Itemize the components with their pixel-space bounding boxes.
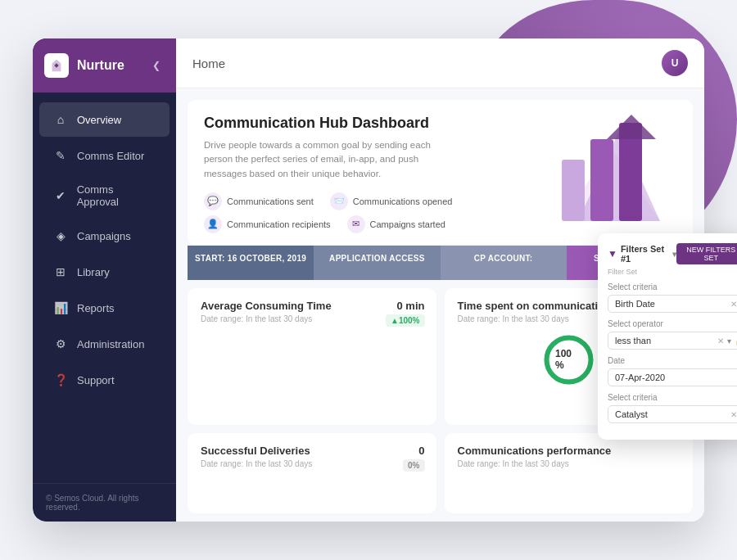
brand-icon: [44, 53, 69, 78]
filter-operator-chevron[interactable]: ▾: [727, 336, 731, 345]
sidebar-item-overview[interactable]: ⌂ Overview: [39, 102, 170, 137]
filter-criteria-1-clear[interactable]: ✕: [730, 300, 737, 309]
filter-operator-select[interactable]: less than ✕ ▾ 🔒: [608, 332, 737, 350]
filter-panel: ▼ Filters Set #1 ▾ NEW FILTERS SET + Fil…: [598, 233, 737, 440]
sidebar-item-library[interactable]: ⊞ Library: [39, 255, 170, 289]
card-avg-consuming: Average Consuming Time Date range: In th…: [188, 288, 436, 425]
card-date-range: Date range: In the last 30 days: [201, 459, 423, 468]
sidebar-item-label: Library: [77, 266, 110, 278]
stat-recipients: 👤 Communication recipients: [204, 215, 331, 233]
sidebar-collapse-button[interactable]: ❮: [148, 57, 165, 74]
comms-editor-icon: ✎: [52, 147, 69, 164]
filter-criteria-2-section: Select criteria Catalyst ✕ ▾: [608, 393, 737, 423]
filter-icon: ▼: [608, 248, 617, 260]
metric-badge-3: 0%: [403, 459, 424, 472]
metric-value-1: 0 min ▲ 100%: [386, 300, 424, 327]
sidebar-item-label: Comms Editor: [77, 150, 144, 162]
filter-panel-title: Filters Set #1: [621, 244, 669, 264]
filter-operator-clear[interactable]: ✕: [717, 336, 724, 345]
tab-start-date[interactable]: START: 16 OCTOBER, 2019: [188, 246, 314, 280]
filter-panel-header: ▼ Filters Set #1 ▾ NEW FILTERS SET +: [608, 243, 737, 264]
filter-date-section: Date: [608, 356, 737, 393]
metric-badge-1: ▲ 100%: [386, 314, 424, 327]
progress-circle: 100 %: [542, 333, 595, 386]
campaigns-started-icon: ✉: [347, 215, 365, 233]
stat-comms-sent: 💬 Communications sent: [204, 192, 314, 210]
page-title: Home: [192, 56, 662, 70]
filter-criteria-1-value: Birth Date: [615, 299, 655, 309]
svg-rect-3: [590, 139, 613, 221]
comms-sent-icon: 💬: [204, 192, 222, 210]
tab-cp-account[interactable]: CP ACCOUNT:: [441, 246, 567, 280]
sidebar-item-support[interactable]: ❓ Support: [39, 363, 170, 397]
comms-opened-icon: 📨: [330, 192, 348, 210]
sidebar-item-label: Comms Approval: [77, 183, 156, 208]
filter-criteria-1-select[interactable]: Birth Date ✕ ▾: [608, 295, 737, 313]
progress-percent-text: 100 %: [555, 348, 582, 371]
filter-operator-section: Select operator less than ✕ ▾ 🔒: [608, 319, 737, 350]
filter-criteria-1-section: Select criteria Birth Date ✕ ▾: [608, 282, 737, 313]
sidebar-item-label: Reports: [77, 302, 115, 314]
sidebar-item-label: Administration: [77, 338, 144, 350]
svg-rect-2: [562, 160, 585, 221]
filter-criteria-2-value: Catalyst: [615, 409, 648, 419]
filter-criteria-1-actions: ✕ ▾: [730, 300, 737, 309]
administration-icon: ⚙: [52, 336, 69, 352]
support-icon: ❓: [52, 372, 69, 388]
sidebar-nav: ⌂ Overview ✎ Comms Editor ✔ Comms Approv…: [33, 93, 176, 483]
dashboard-header-left: Communication Hub Dashboard Drive people…: [204, 115, 513, 233]
campaigns-icon: ◈: [52, 228, 69, 244]
library-icon: ⊞: [52, 264, 69, 280]
sidebar-item-reports[interactable]: 📊 Reports: [39, 291, 170, 325]
metric-value-3: 0 0%: [403, 445, 424, 472]
sidebar-item-label: Campaigns: [77, 230, 131, 242]
sidebar-brand: Nurture ❮: [33, 38, 176, 93]
filter-operator-value: less than: [615, 336, 651, 345]
filter-operator-actions: ✕ ▾ 🔒: [717, 336, 737, 345]
sidebar-item-administration[interactable]: ⚙ Administration: [39, 327, 170, 361]
filter-criteria-2-actions: ✕ ▾: [730, 410, 737, 419]
sidebar-item-label: Overview: [77, 114, 121, 126]
sidebar-item-comms-approval[interactable]: ✔ Comms Approval: [39, 174, 170, 217]
filter-operator-label: Select operator: [608, 319, 737, 328]
overview-icon: ⌂: [52, 111, 69, 128]
avatar: U: [662, 50, 688, 76]
card-date-range: Date range: In the last 30 days: [458, 459, 680, 468]
header-stats: 💬 Communications sent 📨 Communications o…: [204, 192, 513, 233]
dashboard-header: Communication Hub Dashboard Drive people…: [188, 100, 693, 245]
card-title: Communications performance: [458, 445, 680, 457]
sidebar-item-comms-editor[interactable]: ✎ Comms Editor: [39, 138, 170, 173]
card-comms-performance: Communications performance Date range: I…: [445, 433, 694, 513]
sidebar-item-label: Support: [77, 374, 115, 386]
filter-criteria-1-label: Select criteria: [608, 282, 737, 291]
brand-name: Nurture: [77, 58, 124, 73]
dashboard-description: Drive people towards a common goal by se…: [204, 138, 433, 181]
sidebar: Nurture ❮ ⌂ Overview ✎ Comms Editor ✔ Co…: [33, 38, 176, 522]
stat-comms-opened: 📨 Communications opened: [330, 192, 453, 210]
filter-criteria-2-select[interactable]: Catalyst ✕ ▾: [608, 405, 737, 423]
filter-criteria-2-label: Select criteria: [608, 393, 737, 402]
filter-set-subtitle: Filter Set: [608, 268, 737, 276]
card-successful-deliveries: Successful Deliveries Date range: In the…: [188, 433, 436, 513]
filter-date-input[interactable]: [608, 368, 737, 386]
dashboard-title: Communication Hub Dashboard: [204, 115, 513, 132]
new-filters-set-button[interactable]: NEW FILTERS SET +: [676, 243, 737, 264]
filter-date-label: Date: [608, 356, 737, 365]
decorative-chart: [513, 115, 676, 221]
stat-campaigns-started: ✉ Campaigns started: [347, 215, 445, 233]
topbar: Home U: [176, 38, 704, 88]
sidebar-item-campaigns[interactable]: ◈ Campaigns: [39, 219, 170, 253]
reports-icon: 📊: [52, 300, 69, 316]
card-title: Successful Deliveries: [201, 445, 423, 457]
comms-approval-icon: ✔: [52, 187, 69, 204]
svg-marker-5: [607, 115, 656, 139]
sidebar-footer: © Semos Cloud. All rights reserved.: [33, 483, 176, 522]
recipients-icon: 👤: [204, 215, 222, 233]
filter-criteria-2-clear[interactable]: ✕: [730, 410, 737, 419]
tab-app-access[interactable]: APPLICATION ACCESS: [314, 246, 440, 280]
filter-title-row: ▼ Filters Set #1 ▾: [608, 244, 676, 264]
